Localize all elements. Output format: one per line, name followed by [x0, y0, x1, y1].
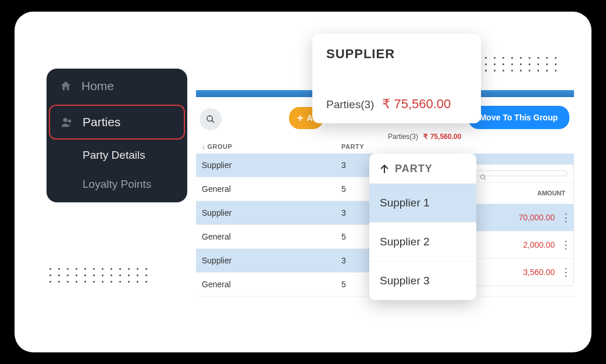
cell-group: General [202, 184, 341, 194]
party-popup-header-label: PARTY [395, 163, 433, 175]
amount-row[interactable]: 2,000.00⋮ [470, 231, 573, 258]
party-popup-header[interactable]: PARTY [369, 154, 476, 183]
amount-table: AMOUNT 70,000.00⋮2,000.00⋮3,560.00⋮ [469, 164, 574, 286]
sidebar-item-parties[interactable]: Parties [49, 105, 185, 140]
amount-table-search-bar [470, 165, 573, 183]
supplier-card-title: SUPPLIER [326, 47, 467, 62]
move-to-group-button[interactable]: Move To This Group [468, 106, 569, 129]
search-icon [480, 174, 487, 181]
sidebar-sub-loyalty-points[interactable]: Loyalty Points [47, 170, 187, 199]
header-amount[interactable]: AMOUNT [496, 190, 565, 197]
cell-group: General [202, 232, 341, 241]
home-icon [59, 80, 72, 92]
header-group[interactable]: ↓ GROUP [202, 143, 341, 150]
search-button[interactable] [199, 108, 222, 130]
amount-table-header: AMOUNT [470, 183, 573, 204]
svg-point-4 [481, 175, 485, 179]
sidebar-item-home[interactable]: Home [47, 69, 187, 104]
sidebar-item-label: Party Details [83, 149, 145, 161]
header-party[interactable]: PARTY [341, 143, 568, 150]
sidebar-item-label: Home [81, 79, 114, 93]
amount-cell: 2,000.00 [491, 240, 555, 249]
sidebar-item-label: Parties [83, 115, 120, 129]
party-popup-item[interactable]: Supplier 2 [369, 222, 476, 261]
supplier-card: SUPPLIER Parties(3) ₹ 75,560.00 [312, 34, 481, 123]
sidebar-item-label: Loyalty Points [83, 178, 151, 190]
row-menu-icon[interactable]: ⋮ [561, 211, 568, 224]
party-popup-item[interactable]: Supplier 3 [369, 261, 476, 300]
svg-line-3 [212, 120, 214, 123]
cell-group: Supplier [202, 160, 341, 170]
supplier-parties-label: Parties(3) [326, 98, 374, 111]
decoration-dots-bottom [49, 268, 147, 283]
row-menu-icon[interactable]: ⋮ [561, 266, 568, 279]
svg-line-5 [484, 179, 486, 180]
search-icon [206, 115, 215, 124]
sidebar: Home Parties Party Details Loyalty Point… [47, 69, 187, 202]
party-popup: PARTY Supplier 1Supplier 2Supplier 3 [369, 154, 476, 300]
party-popup-item[interactable]: Supplier 1 [369, 183, 476, 222]
row-menu-icon[interactable]: ⋮ [561, 238, 568, 251]
amount-cell: 3,560.00 [491, 267, 555, 277]
plus-icon: + [297, 113, 304, 123]
svg-point-2 [207, 116, 212, 121]
sidebar-sub-party-details[interactable]: Party Details [47, 141, 187, 170]
amount-row[interactable]: 70,000.00⋮ [470, 204, 573, 231]
cell-group: General [202, 280, 341, 289]
table-header: ↓ GROUP PARTY [196, 140, 574, 154]
supplier-amount: ₹ 75,560.00 [382, 97, 451, 112]
svg-point-0 [63, 118, 67, 122]
amount-row[interactable]: 3,560.00⋮ [470, 258, 573, 286]
app-canvas: Home Parties Party Details Loyalty Point… [15, 12, 591, 352]
amount-cell: 70,000.00 [491, 213, 555, 222]
arrow-up-icon [379, 163, 390, 175]
cell-group: Supplier [202, 208, 341, 217]
parties-icon [60, 116, 73, 129]
svg-point-1 [68, 119, 72, 123]
cell-group: Supplier [202, 256, 341, 265]
search-input[interactable] [476, 170, 568, 176]
